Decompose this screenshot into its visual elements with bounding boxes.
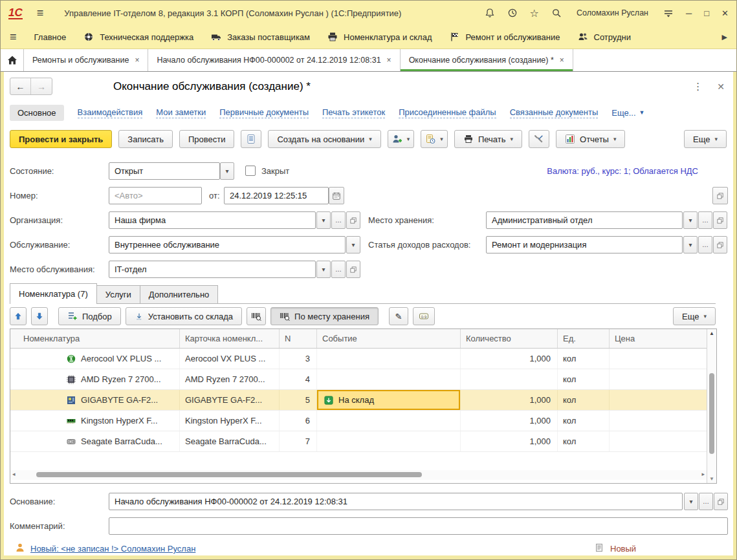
tab-close-icon[interactable]: × [135, 56, 139, 65]
service-input[interactable]: Внутреннее обслуживание [109, 236, 346, 253]
navlink-more[interactable]: Еще...▼ [611, 108, 644, 118]
current-user[interactable]: Соломахин Руслан [577, 8, 648, 17]
navlink-interactions[interactable]: Взаимодействия [78, 107, 143, 118]
navlink-primary-docs[interactable]: Первичные документы [219, 107, 309, 118]
storage-choose-button[interactable]: … [698, 211, 712, 229]
print-button[interactable]: Печать▾ [454, 130, 522, 148]
document-structure-button[interactable] [241, 130, 261, 148]
create-reminder-button[interactable]: ▾ [421, 130, 448, 148]
tab-service-start[interactable]: Начало обслуживания НФ00-000002 от 24.12… [148, 49, 400, 71]
tab-services[interactable]: Услуги [96, 285, 140, 303]
section-supplier-orders[interactable]: Заказы поставщикам [211, 32, 310, 42]
close-window-button[interactable]: ✕ [721, 8, 729, 18]
maximize-button[interactable]: □ [704, 8, 709, 18]
section-nomenclature-warehouse[interactable]: Номенклатура и склад [327, 32, 432, 42]
tab-close-icon[interactable]: × [560, 56, 564, 65]
vertical-scrollbar[interactable]: ▲ ▼ [707, 329, 716, 483]
col-n[interactable]: N [280, 329, 317, 348]
by-storage-toggle-button[interactable]: По месту хранения [270, 307, 379, 325]
form-close-icon[interactable]: ✕ [717, 81, 725, 92]
organization-dropdown-button[interactable]: ▾ [316, 211, 331, 229]
scroll-right-icon[interactable]: ▸ [701, 471, 705, 477]
basis-choose-button[interactable]: … [699, 493, 713, 510]
vertical-scroll-thumb[interactable] [709, 373, 714, 454]
basis-input[interactable]: Начало обслуживания НФ00-000002 от 24.12… [109, 493, 683, 510]
horizontal-scrollbar[interactable]: ◂ ▸ [10, 470, 707, 480]
navlink-attached-files[interactable]: Присоединенные файлы [399, 107, 496, 118]
table-row[interactable]: AMD Ryzen 7 2700... AMD Ryzen 7 2700... … [10, 369, 716, 390]
number-input[interactable]: <Авто> [109, 187, 202, 204]
form-more-dots-icon[interactable]: ⋮ [693, 81, 703, 92]
minimize-button[interactable]: ─ [686, 8, 692, 18]
move-up-button[interactable] [10, 307, 27, 325]
navlink-my-notes[interactable]: Мои заметки [156, 107, 206, 118]
col-quantity[interactable]: Количество [461, 329, 558, 348]
section-repair-service[interactable]: Ремонт и обслуживание [450, 32, 560, 42]
history-icon[interactable] [507, 8, 518, 18]
col-unit[interactable]: Ед. [558, 329, 610, 348]
sections-menu-icon[interactable]: ≡ [10, 30, 17, 44]
organization-choose-button[interactable]: … [331, 211, 346, 229]
navlink-main-active[interactable]: Основное [10, 105, 64, 121]
tab-repairs-list[interactable]: Ремонты и обслуживание× [24, 49, 148, 71]
closed-checkbox-label[interactable]: Закрыт [261, 162, 289, 180]
col-card[interactable]: Карточка номенкл... [180, 329, 280, 348]
event-cell-active[interactable]: На склад [317, 390, 460, 410]
expense-choose-button[interactable]: … [698, 236, 712, 253]
horizontal-scroll-thumb[interactable] [36, 472, 422, 477]
closed-checkbox[interactable] [245, 166, 256, 176]
home-button[interactable] [1, 49, 24, 71]
state-input[interactable]: Открыт [109, 162, 220, 180]
pick-button[interactable]: Подбор [58, 307, 121, 325]
create-based-on-button[interactable]: Создать на основании▾ [268, 130, 380, 148]
basis-open-button[interactable] [714, 493, 728, 510]
post-button[interactable]: Провести [179, 130, 235, 148]
search-icon[interactable] [551, 8, 562, 18]
reports-button[interactable]: Отчеты▾ [556, 130, 625, 148]
price-tag-button[interactable] [413, 307, 435, 325]
notifications-bell-icon[interactable] [485, 8, 495, 18]
create-interaction-button[interactable]: ▾ [388, 130, 415, 148]
scroll-up-icon[interactable]: ▲ [707, 330, 716, 336]
table-row[interactable]: Kingston HyperX F... Kingston HyperX F..… [10, 411, 716, 431]
col-price[interactable]: Цена [610, 329, 707, 348]
table-row[interactable]: Seagate BarraCuda... Seagate BarraCuda..… [10, 431, 716, 452]
storage-place-input[interactable]: Административный отдел [486, 211, 683, 229]
currency-link[interactable]: Валюта: руб., курс: 1; Облагается НДС [454, 162, 698, 180]
table-more-button[interactable]: Еще▾ [673, 307, 716, 325]
move-down-button[interactable] [31, 307, 48, 325]
tab-service-end-active[interactable]: Окончание обслуживания (создание) *× [401, 49, 573, 71]
service-place-choose-button[interactable]: … [331, 261, 346, 278]
expense-item-input[interactable]: Ремонт и модернизация [486, 236, 683, 253]
forward-button[interactable]: → [31, 78, 52, 94]
organization-input[interactable]: Наша фирма [109, 211, 316, 229]
barcode-scan-button[interactable] [247, 307, 266, 325]
service-settings-icon[interactable] [663, 8, 674, 18]
calendar-button[interactable] [329, 187, 344, 204]
edit-pencil-button[interactable]: ✎ [389, 307, 408, 325]
scroll-down-icon[interactable]: ▼ [707, 476, 716, 482]
service-place-dropdown-button[interactable]: ▾ [316, 261, 331, 278]
service-dropdown-button[interactable]: ▾ [346, 236, 360, 253]
tab-nomenclature[interactable]: Номенклатура (7) [10, 283, 97, 303]
tab-additional[interactable]: Дополнительно [140, 285, 219, 303]
organization-open-button[interactable] [346, 211, 360, 229]
expense-dropdown-button[interactable]: ▾ [683, 236, 698, 253]
main-menu-icon[interactable]: ≡ [37, 6, 44, 20]
navlink-print-labels[interactable]: Печать этикеток [322, 107, 385, 118]
navlink-related-docs[interactable]: Связанные документы [510, 107, 599, 118]
col-nomenclature[interactable]: Номенклатура [10, 329, 180, 348]
back-button[interactable]: ← [10, 78, 31, 94]
record-status-link[interactable]: Новый: <не записан !> Соломахин Руслан [30, 544, 195, 554]
currency-open-button[interactable] [712, 187, 728, 204]
favorites-star-icon[interactable]: ☆ [530, 7, 539, 19]
state-dropdown-button[interactable]: ▾ [220, 162, 234, 180]
col-event[interactable]: Событие [317, 329, 461, 348]
table-row[interactable]: Aerocool VX PLUS ... Aerocool VX PLUS ..… [10, 349, 716, 369]
expense-open-button[interactable] [713, 236, 727, 253]
tools-button[interactable] [529, 130, 549, 148]
section-tech-support[interactable]: Техническая поддержка [83, 32, 193, 42]
section-employees[interactable]: Сотрудни [578, 32, 631, 42]
table-row-selected[interactable]: GIGABYTE GA-F2... GIGABYTE GA-F2... 5 На… [10, 390, 716, 411]
scroll-left-icon[interactable]: ◂ [12, 471, 16, 477]
